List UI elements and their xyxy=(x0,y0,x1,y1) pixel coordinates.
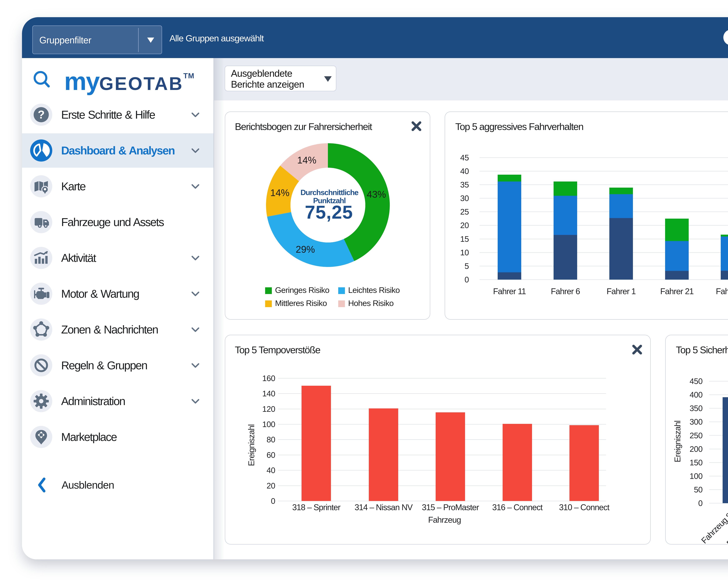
svg-text:140: 140 xyxy=(262,389,275,398)
svg-text:Fahrer 18: Fahrer 18 xyxy=(716,287,728,296)
svg-text:400: 400 xyxy=(690,390,703,399)
svg-text:50: 50 xyxy=(694,485,703,494)
svg-text:318 – Sprinter: 318 – Sprinter xyxy=(292,503,341,512)
svg-text:20: 20 xyxy=(460,221,469,230)
svg-text:Geringes Risiko: Geringes Risiko xyxy=(275,286,329,295)
svg-text:Ereigniszahl: Ereigniszahl xyxy=(673,421,682,462)
svg-text:314 – Nissan NV: 314 – Nissan NV xyxy=(355,503,413,512)
svg-text:100: 100 xyxy=(690,472,703,481)
svg-text:Durchschnittliche: Durchschnittliche xyxy=(301,188,359,197)
svg-text:316 – Connect: 316 – Connect xyxy=(492,503,543,512)
svg-text:0: 0 xyxy=(465,275,469,284)
svg-text:100: 100 xyxy=(262,420,275,429)
svg-text:160: 160 xyxy=(262,374,275,383)
svg-text:Ereigniszahl: Ereigniszahl xyxy=(246,424,256,466)
svg-text:35: 35 xyxy=(460,180,469,189)
svg-text:350: 350 xyxy=(690,404,703,413)
svg-text:29%: 29% xyxy=(296,244,315,255)
svg-text:15: 15 xyxy=(460,235,469,243)
svg-text:Fahrzeug 8: Fahrzeug 8 xyxy=(699,511,728,545)
svg-text:150: 150 xyxy=(690,458,703,467)
svg-text:45: 45 xyxy=(460,153,469,162)
svg-text:Fahrer 21: Fahrer 21 xyxy=(660,287,694,296)
svg-text:40: 40 xyxy=(460,167,469,176)
svg-text:5: 5 xyxy=(465,262,469,271)
svg-text:25: 25 xyxy=(460,207,469,216)
svg-text:0: 0 xyxy=(698,499,703,508)
svg-text:60: 60 xyxy=(267,451,275,459)
svg-text:Mittleres Risiko: Mittleres Risiko xyxy=(275,298,327,308)
svg-text:Fahrer 1: Fahrer 1 xyxy=(606,287,635,296)
svg-text:40: 40 xyxy=(267,466,275,475)
svg-text:310 – Connect: 310 – Connect xyxy=(559,503,609,512)
svg-text:120: 120 xyxy=(262,404,275,414)
svg-text:43%: 43% xyxy=(367,189,386,200)
svg-text:0: 0 xyxy=(271,497,275,506)
svg-text:20: 20 xyxy=(267,481,275,490)
svg-text:10: 10 xyxy=(460,248,469,257)
svg-text:Leichtes Risiko: Leichtes Risiko xyxy=(348,286,400,295)
svg-text:250: 250 xyxy=(690,431,703,440)
svg-text:80: 80 xyxy=(267,435,275,444)
svg-text:14%: 14% xyxy=(270,187,289,198)
svg-text:Hohes Risiko: Hohes Risiko xyxy=(348,298,394,308)
svg-text:14%: 14% xyxy=(297,155,316,165)
svg-text:Fahrer 11: Fahrer 11 xyxy=(493,287,526,296)
svg-text:75,25: 75,25 xyxy=(305,202,353,222)
svg-text:Fahrzeug: Fahrzeug xyxy=(428,515,461,525)
svg-text:300: 300 xyxy=(690,417,703,426)
svg-text:30: 30 xyxy=(460,194,469,203)
svg-text:?: ? xyxy=(38,108,45,121)
svg-text:Fahrer 6: Fahrer 6 xyxy=(551,287,580,296)
svg-text:200: 200 xyxy=(690,445,703,454)
svg-text:315 – ProMaster: 315 – ProMaster xyxy=(422,503,479,512)
svg-text:450: 450 xyxy=(690,377,703,386)
